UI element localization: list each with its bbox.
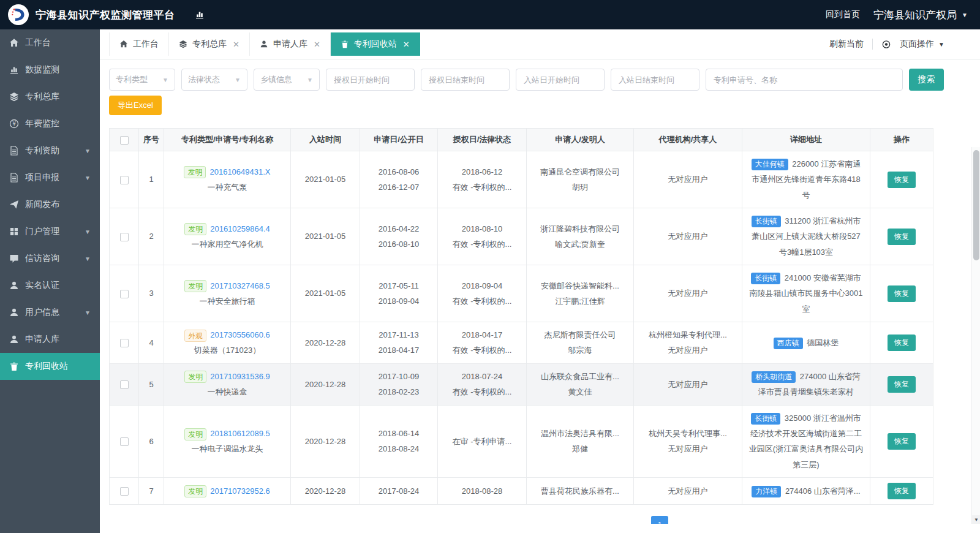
restore-button[interactable]: 恢复 <box>888 229 916 245</box>
chevron-down-icon: ▼ <box>85 255 91 262</box>
vertical-scrollbar[interactable]: ▼ <box>971 147 980 524</box>
row-checkbox[interactable] <box>120 233 129 241</box>
sidebar-item-5[interactable]: 项目申报▼ <box>0 164 100 191</box>
sidebar-item-label: 工作台 <box>25 37 51 48</box>
sidebar-item-4[interactable]: 专利资助▼ <box>0 137 100 164</box>
sidebar-item-8[interactable]: 信访咨询▼ <box>0 245 100 272</box>
patent-number-link[interactable]: 201710931536.9 <box>210 372 270 381</box>
tab-2[interactable]: 申请人库✕ <box>250 32 331 56</box>
patent-type-select[interactable]: 专利类型▼ <box>109 69 175 91</box>
patent-name: 一种电子调温水龙头 <box>169 441 285 456</box>
cell-applicant-inventor: 温州市法奥洁具有限...郑健 <box>527 405 634 477</box>
library-icon <box>179 40 187 48</box>
entry-start-date-input[interactable] <box>516 69 605 91</box>
tab-close-icon[interactable]: ✕ <box>403 40 410 49</box>
sidebar-item-6[interactable]: 新闻发布 <box>0 191 100 218</box>
cell-agency-sharer: 杭州橙知果专利代理...无对应用户 <box>634 322 742 364</box>
column-header: 入站时间 <box>291 129 360 151</box>
table-row: 5发明201710931536.9一种快递盒2020-12-282017-10-… <box>110 363 933 405</box>
sidebar-item-0[interactable]: 工作台 <box>0 29 100 56</box>
cell-index: 3 <box>139 265 164 322</box>
chevron-down-icon: ▼ <box>962 12 968 18</box>
patent-number-link[interactable]: 201710327468.5 <box>210 281 270 290</box>
search-button[interactable]: 搜索 <box>909 69 944 91</box>
select-all-checkbox[interactable] <box>120 136 129 145</box>
sidebar-menu: 工作台数据监测专利总库¥年费监控专利资助▼项目申报▼新闻发布门户管理▼信访咨询▼… <box>0 29 100 380</box>
chevron-down-icon: ▼ <box>162 77 168 83</box>
patent-number-link[interactable]: 201810612089.5 <box>210 429 270 438</box>
chevron-down-icon: ▼ <box>85 229 91 235</box>
restore-button[interactable]: 恢复 <box>888 433 916 450</box>
patent-name: 一种充气泵 <box>169 180 285 195</box>
table-row: 6发明201810612089.5一种电子调温水龙头2020-12-282018… <box>110 405 933 477</box>
grant-end-date-input[interactable] <box>421 69 510 91</box>
patent-type-badge: 发明 <box>184 371 206 383</box>
cell-address: 长街镇 241000 安徽省芜湖市南陵县籍山镇市民服务中心3001室 <box>742 265 870 322</box>
row-checkbox[interactable] <box>120 437 129 446</box>
row-checkbox[interactable] <box>120 176 129 184</box>
column-header: 操作 <box>870 129 933 151</box>
row-checkbox[interactable] <box>120 290 129 298</box>
town-badge: 桥头胡街道 <box>752 371 796 383</box>
sidebar-item-12[interactable]: 专利回收站 <box>0 353 100 380</box>
page-operations-label: 页面操作 <box>900 39 934 50</box>
row-checkbox[interactable] <box>120 487 129 496</box>
grid-icon <box>9 227 19 236</box>
patent-search-input[interactable] <box>706 69 903 91</box>
cell-patent: 外观201730556060.6切菜器（171023） <box>164 322 291 364</box>
tab-close-icon[interactable]: ✕ <box>314 40 320 49</box>
cell-grant-status: 在审 -专利申请... <box>438 405 527 477</box>
back-to-home-link[interactable]: 回到首页 <box>826 9 860 20</box>
restore-button[interactable]: 恢复 <box>888 335 916 351</box>
tab-0[interactable]: 工作台 <box>109 32 169 56</box>
tab-close-icon[interactable]: ✕ <box>233 40 239 49</box>
sidebar-item-7[interactable]: 门户管理▼ <box>0 218 100 245</box>
sidebar-item-1[interactable]: 数据监测 <box>0 56 100 83</box>
chevron-down-icon: ▼ <box>85 148 91 154</box>
entry-end-date-input[interactable] <box>611 69 699 91</box>
sidebar-item-10[interactable]: 用户信息▼ <box>0 299 100 326</box>
restore-button[interactable]: 恢复 <box>888 172 916 188</box>
sidebar-item-2[interactable]: 专利总库 <box>0 83 100 110</box>
row-checkbox[interactable] <box>120 380 129 389</box>
restore-button[interactable]: 恢复 <box>888 285 916 302</box>
patent-number-link[interactable]: 201610259864.4 <box>210 224 270 233</box>
tab-1[interactable]: 专利总库✕ <box>169 32 250 56</box>
sidebar-item-label: 专利资助 <box>25 145 59 156</box>
org-dropdown[interactable]: 宁海县知识产权局 ▼ <box>873 8 968 22</box>
column-header: 专利类型/申请号/专利名称 <box>164 129 291 151</box>
town-badge: 力洋镇 <box>752 486 781 497</box>
chevron-down-icon: ▼ <box>85 175 91 181</box>
page-operations-dropdown[interactable]: 页面操作 ▼ <box>900 39 944 50</box>
grant-start-date-input[interactable] <box>326 69 415 91</box>
refresh-current-button[interactable]: 刷新当前 <box>829 39 864 50</box>
tab-3[interactable]: 专利回收站✕ <box>331 32 420 56</box>
patent-name: 一种快递盒 <box>169 384 285 399</box>
export-excel-button[interactable]: 导出Excel <box>109 96 162 115</box>
restore-button[interactable]: 恢复 <box>888 376 916 393</box>
sidebar-item-3[interactable]: ¥年费监控 <box>0 110 100 137</box>
patent-type-badge: 发明 <box>184 428 206 440</box>
scrollbar-down-arrow-icon[interactable]: ▼ <box>972 515 980 524</box>
sidebar-item-11[interactable]: 申请人库 <box>0 326 100 353</box>
user-icon <box>9 335 19 344</box>
town-select[interactable]: 乡镇信息▼ <box>254 69 320 91</box>
legal-status-select[interactable]: 法律状态▼ <box>181 69 247 91</box>
restore-button[interactable]: 恢复 <box>888 483 916 499</box>
recycle-bin-icon <box>341 40 349 48</box>
pagination-current-page[interactable]: 1 <box>651 516 668 524</box>
tabbar: 工作台专利总库✕申请人库✕专利回收站✕ 刷新当前 页面操作 ▼ <box>100 29 980 59</box>
patent-number-link[interactable]: 201710732952.6 <box>210 486 270 496</box>
user-icon <box>9 281 19 290</box>
divider <box>872 39 873 50</box>
platform-logo-icon <box>7 4 29 26</box>
row-checkbox[interactable] <box>120 339 129 347</box>
scrollbar-thumb[interactable] <box>973 150 979 260</box>
sidebar-item-9[interactable]: 实名认证 <box>0 272 100 299</box>
table-row: 7发明201710732952.62020-12-282017-08-24201… <box>110 478 933 505</box>
patent-number-link[interactable]: 201610649431.X <box>209 167 270 176</box>
patent-number-link[interactable]: 201730556060.6 <box>210 330 270 339</box>
select-placeholder: 专利类型 <box>116 74 148 85</box>
sidebar-item-label: 实名认证 <box>25 280 59 291</box>
table-row: 1发明201610649431.X一种充气泵2021-01-052016-08-… <box>110 151 933 208</box>
